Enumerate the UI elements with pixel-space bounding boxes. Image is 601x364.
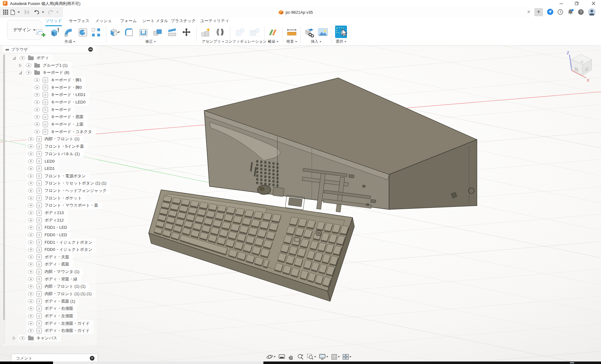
construction-plane-icon[interactable] xyxy=(267,26,279,39)
pan-button[interactable] xyxy=(287,353,295,361)
undo-caret[interactable] xyxy=(42,12,44,13)
zoom-button[interactable] xyxy=(296,353,305,361)
ribbon-group-create[interactable]: 作成 xyxy=(65,39,75,44)
ribbon-group-configuration[interactable]: コンフィギュレーション xyxy=(225,39,270,44)
undo-icon[interactable] xyxy=(34,10,39,14)
orbit-button[interactable] xyxy=(266,353,276,361)
file-menu-caret[interactable] xyxy=(17,12,20,13)
user-avatar[interactable] xyxy=(588,8,596,17)
visibility-eye-icon[interactable] xyxy=(28,233,34,237)
collapsed-arrow-icon[interactable] xyxy=(18,64,23,67)
ribbon-group-insert[interactable]: 挿入 xyxy=(311,39,321,44)
browser-tree-row[interactable]: キーボード (8) xyxy=(18,69,73,76)
browser-tree-row[interactable]: ボディ212 xyxy=(26,217,68,224)
visibility-eye-icon[interactable] xyxy=(28,152,34,156)
visibility-eye-icon[interactable] xyxy=(28,329,34,333)
browser-tree-row[interactable]: ボディ213 xyxy=(26,209,68,217)
browser-tree-row[interactable]: フロント・ポケット xyxy=(26,194,85,202)
scrollbar-thumb[interactable] xyxy=(3,55,5,320)
browser-tree-row[interactable]: キーボード・上面 xyxy=(33,121,87,128)
visibility-eye-icon[interactable] xyxy=(28,211,34,215)
tab-utilities[interactable]: ユーティリティ xyxy=(200,18,229,25)
visibility-eye-icon[interactable] xyxy=(28,137,34,141)
visibility-eye-icon[interactable] xyxy=(26,63,31,67)
browser-tree-row[interactable]: フロント・5インチ蓋 xyxy=(26,143,88,150)
notification-bell-icon[interactable] xyxy=(567,9,574,16)
visibility-eye-icon[interactable] xyxy=(28,218,34,222)
browser-tree-row[interactable]: キャンバス xyxy=(12,334,61,342)
browser-tree-row[interactable]: フロントパネル (1) xyxy=(26,150,84,158)
browser-tree-row[interactable]: キーボード・コネクタ xyxy=(33,128,96,136)
expanded-arrow-icon[interactable] xyxy=(18,71,23,74)
browser-tree-row[interactable]: ボディ・左側面 xyxy=(26,312,77,320)
browser-tree-row[interactable]: ボディ・背面・緑 xyxy=(26,275,81,283)
visibility-eye-icon[interactable] xyxy=(28,299,34,303)
visibility-eye-icon[interactable] xyxy=(28,262,34,266)
viewports-button[interactable] xyxy=(342,353,352,360)
visibility-eye-icon[interactable] xyxy=(28,321,34,325)
ribbon-group-modify[interactable]: 修正 xyxy=(145,39,156,44)
browser-tree-row[interactable]: フロント・ヘッドフォンジャック xyxy=(26,187,110,194)
visibility-eye-icon[interactable] xyxy=(28,277,34,281)
tab-solid[interactable]: ソリッド xyxy=(45,18,62,26)
browser-tree-row[interactable]: 内部・フロント (1) xyxy=(26,135,83,143)
ribbon-group-inspect[interactable]: 検査 xyxy=(286,39,297,44)
browser-header[interactable]: ◀◀ ブラウザ xyxy=(2,46,97,53)
document-tab[interactable]: pc-9821Ap v35 xyxy=(63,7,529,17)
tab-plastic[interactable]: プラスチック xyxy=(171,18,196,25)
browser-tree-row[interactable]: ボディ・天面 xyxy=(26,253,73,261)
browser-tree-row[interactable]: フロント・リセットボタン (1) (1) xyxy=(26,180,110,187)
visibility-eye-icon[interactable] xyxy=(19,336,25,340)
visibility-eye-icon[interactable] xyxy=(34,122,40,126)
visibility-eye-icon[interactable] xyxy=(28,292,34,296)
visibility-eye-icon[interactable] xyxy=(28,314,34,318)
job-status-clock-icon[interactable] xyxy=(557,9,563,16)
shell-icon[interactable] xyxy=(137,26,149,39)
redo-icon[interactable] xyxy=(48,10,54,14)
browser-tree-row[interactable]: キーボード・脚1 xyxy=(33,76,85,84)
tab-close-icon[interactable]: ✕ xyxy=(526,9,532,15)
ribbon-group-construct[interactable]: 構築 xyxy=(268,39,278,44)
browser-tree-row[interactable]: キーボード・底面 xyxy=(33,113,87,121)
browser-tree-row[interactable]: フロント・マウスポート・蓋 xyxy=(26,202,102,209)
file-menu-icon[interactable] xyxy=(11,10,15,15)
browser-tree-row[interactable]: FDD1・LED xyxy=(26,224,71,231)
minimize-button[interactable] xyxy=(554,0,568,7)
tab-sheet-metal[interactable]: シート メタル xyxy=(142,18,168,25)
pattern-icon[interactable] xyxy=(90,26,102,39)
visibility-eye-icon[interactable] xyxy=(34,130,40,134)
visibility-eye-icon[interactable] xyxy=(28,189,34,193)
browser-tree-row[interactable]: キーボード・脚0 xyxy=(33,84,85,91)
browser-tree-row[interactable]: LED1 xyxy=(26,165,59,172)
revolve-icon[interactable] xyxy=(77,26,89,39)
decal-image-icon[interactable] xyxy=(317,26,329,39)
browser-tree-row[interactable]: キーボード xyxy=(33,106,75,113)
visibility-eye-icon[interactable] xyxy=(34,100,40,104)
visibility-eye-icon[interactable] xyxy=(28,159,34,163)
extrude-icon[interactable] xyxy=(49,26,61,39)
visibility-eye-icon[interactable] xyxy=(28,204,34,208)
browser-tree-row[interactable]: ボディ・底面 xyxy=(26,261,73,268)
grid-snap-button[interactable] xyxy=(330,353,340,361)
redo-caret[interactable] xyxy=(56,12,59,13)
collapse-all-icon[interactable] xyxy=(88,47,93,52)
new-tab-button[interactable]: + xyxy=(534,8,543,16)
visibility-eye-icon[interactable] xyxy=(34,85,40,89)
visibility-eye-icon[interactable] xyxy=(34,93,40,97)
visibility-eye-icon[interactable] xyxy=(28,144,34,148)
fillet-icon[interactable] xyxy=(123,26,135,39)
browser-tree-row[interactable]: ボディ xyxy=(12,54,53,62)
visibility-eye-icon[interactable] xyxy=(26,71,31,75)
visibility-eye-icon[interactable] xyxy=(34,108,40,112)
measure-icon[interactable] xyxy=(286,26,298,39)
restore-button[interactable] xyxy=(570,0,584,7)
browser-tree-row[interactable]: FDD0・LED xyxy=(26,231,71,239)
ribbon-group-assemble[interactable]: アセンブリ xyxy=(202,39,224,44)
help-icon[interactable]: ? xyxy=(578,9,584,16)
joint-icon[interactable] xyxy=(214,26,226,39)
visibility-eye-icon[interactable] xyxy=(28,226,34,230)
insert-derive-icon[interactable] xyxy=(303,26,315,39)
ribbon-group-select[interactable]: 選択 xyxy=(336,39,346,44)
browser-scrollbar[interactable] xyxy=(3,54,5,344)
browser-tree-row[interactable]: グループ1 (1) xyxy=(18,62,71,69)
